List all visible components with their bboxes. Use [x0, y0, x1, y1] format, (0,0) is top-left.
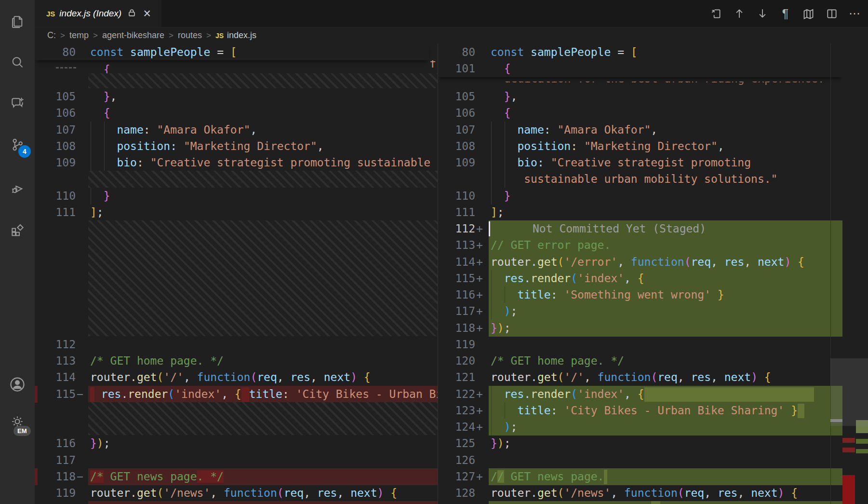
- code-text: );: [491, 303, 517, 319]
- sticky-scroll-header[interactable]: 80const samplePeople = [101 {: [438, 44, 842, 77]
- code-line: 105 },: [35, 88, 438, 105]
- code-line: 123+ title: 'City Bikes - Urban Bike Sha…: [438, 402, 842, 419]
- breadcrumb-item[interactable]: C:: [47, 30, 56, 41]
- code-token: const: [491, 46, 524, 58]
- code-token: :: [282, 388, 296, 400]
- line-number: 123: [438, 402, 475, 419]
- code-line: 114+router.get('/error', function(req, r…: [438, 254, 842, 271]
- diff-sash[interactable]: [438, 43, 438, 504]
- minimap[interactable]: [842, 43, 868, 504]
- code-token: {: [364, 371, 371, 383]
- line-number: 125: [438, 435, 475, 451]
- lock-icon: [127, 8, 136, 19]
- code-token: next: [758, 256, 784, 268]
- breadcrumb-item[interactable]: routes: [178, 30, 202, 41]
- code-token: {: [791, 487, 798, 499]
- partial-next-line: [88, 501, 438, 504]
- extensions-icon[interactable]: [0, 215, 35, 243]
- code-token: '/news': [163, 487, 210, 499]
- next-change-icon[interactable]: [756, 7, 769, 20]
- code-token: get: [537, 487, 558, 499]
- tab-indexjs[interactable]: JS index.js (Index) ×: [35, 0, 161, 27]
- line-number: 113: [35, 353, 76, 369]
- code-token: ,: [337, 487, 350, 499]
- code-token: [491, 107, 504, 119]
- close-icon[interactable]: ×: [143, 9, 151, 18]
- code-text: /* GET home page. */: [491, 353, 624, 369]
- code-text: // GET news page.: [491, 468, 607, 485]
- code-token: ,: [584, 371, 598, 383]
- code-token: (: [157, 371, 164, 383]
- code-text: position: "Marketing Director",: [491, 138, 724, 154]
- line-number: 127: [438, 468, 475, 485]
- code-token: .: [531, 487, 537, 499]
- code-text: {: [491, 60, 511, 77]
- breadcrumb-item[interactable]: temp: [69, 30, 89, 41]
- code-token: ;: [97, 206, 104, 218]
- code-token: [491, 288, 517, 301]
- minimap-diff-marker: [842, 438, 855, 443]
- sticky-scroll-header[interactable]: 80const samplePeople = [: [35, 44, 429, 60]
- code-token: next: [751, 487, 777, 499]
- breadcrumb-item[interactable]: agent-bikeshare: [102, 30, 164, 41]
- code-token: ;: [497, 206, 504, 218]
- filler-line-dashes: [56, 67, 76, 68]
- chevron-right-icon: >: [93, 31, 98, 41]
- code-token: req: [257, 371, 277, 383]
- code-token: (: [157, 487, 164, 499]
- search-icon[interactable]: [0, 49, 35, 77]
- code-token: :: [537, 156, 551, 169]
- diff-pane-modified[interactable]: 105 },106 {107 name: "Amara Okafor",108 …: [438, 43, 842, 504]
- diff-filler-region: [88, 402, 438, 436]
- line-number: 109: [438, 154, 475, 171]
- code-token: :: [551, 288, 564, 301]
- code-text: router.get('/error', function(req, res, …: [491, 254, 804, 270]
- code-token: =: [210, 46, 230, 58]
- code-token: res: [718, 487, 738, 499]
- code-token: [90, 156, 117, 169]
- minimap-slider[interactable]: [830, 358, 868, 426]
- breadcrumb-item[interactable]: JSindex.js: [215, 30, 256, 41]
- line-number: 101: [438, 60, 475, 77]
- code-token: ,: [221, 388, 235, 400]
- code-token: [711, 288, 718, 301]
- code-token: ,: [704, 487, 718, 499]
- code-token: [791, 256, 798, 268]
- open-changes-icon[interactable]: [709, 7, 722, 20]
- code-token: function: [598, 371, 651, 383]
- previous-change-icon[interactable]: [733, 7, 746, 20]
- diff-sign: +: [476, 286, 483, 303]
- diff-sign: +: [476, 220, 483, 237]
- more-actions-icon[interactable]: ⋯: [848, 7, 861, 20]
- map-icon[interactable]: [802, 7, 815, 20]
- line-number: 122: [438, 386, 475, 402]
- diff-pane-original[interactable]: 105 },106 {107 name: "Amara Okafor",108 …: [35, 43, 438, 504]
- chat-icon[interactable]: [0, 90, 35, 118]
- code-line: 108 position: "Marketing Director",: [35, 138, 438, 155]
- code-text: });: [491, 435, 511, 451]
- code-token: render: [531, 388, 571, 400]
- code-token: name: [117, 123, 143, 136]
- account-icon[interactable]: [0, 370, 35, 398]
- line-number: 115: [35, 386, 76, 402]
- code-token: next: [724, 371, 751, 383]
- code-text: }: [90, 188, 110, 204]
- breadcrumb[interactable]: C:>temp>agent-bikeshare>routes>JSindex.j…: [35, 27, 868, 43]
- code-token: {: [104, 63, 110, 73]
- line-number: 128: [438, 485, 475, 501]
- split-editor-icon[interactable]: [825, 7, 838, 20]
- code-token: {: [104, 107, 110, 119]
- source-control-icon[interactable]: 4: [0, 131, 35, 159]
- explorer-icon[interactable]: [0, 8, 35, 36]
- code-text: /* GET home page. */: [90, 353, 224, 369]
- code-token: }: [90, 437, 97, 450]
- whitespace-icon[interactable]: ¶: [779, 7, 792, 20]
- code-token: .: [524, 388, 531, 400]
- settings-gear-icon[interactable]: EM: [0, 408, 35, 436]
- line-number: 105: [35, 88, 76, 105]
- run-debug-icon[interactable]: [0, 174, 35, 202]
- code-line: 124+ );: [438, 419, 842, 436]
- code-token: req: [284, 487, 304, 499]
- code-token: sustainable urban mobility solutions.": [524, 173, 777, 185]
- code-token: "Marketing Director": [584, 140, 718, 152]
